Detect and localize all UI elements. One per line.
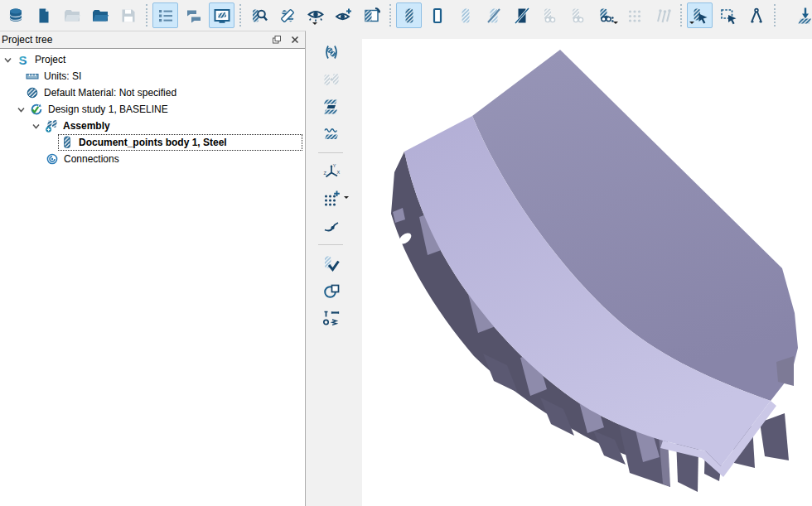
stack-connections-button[interactable] (318, 94, 344, 119)
close-icon (290, 35, 300, 45)
svg-text:Y: Y (332, 163, 336, 168)
panel-title: Project tree (2, 34, 265, 46)
monitor-icon (213, 7, 231, 25)
tree-item-label: Design study 1, BASELINE (48, 104, 168, 115)
tree-item-label: Document_points body 1, Steel (79, 137, 227, 148)
float-window-icon (272, 35, 282, 45)
tree-item-default-material[interactable]: Default Material: Not specified (0, 84, 305, 101)
toolbar-separator (680, 4, 682, 27)
force-arrow-icon (796, 7, 812, 25)
chevron-down-icon (16, 104, 27, 115)
section-view-button[interactable] (359, 2, 384, 28)
hide-part-striped-button[interactable] (481, 2, 506, 28)
chevron-down-icon (344, 196, 349, 201)
toolbar-separator (239, 4, 241, 27)
connection-group-icon (322, 43, 341, 61)
tree-item-label: Units: SI (44, 70, 81, 82)
fasteners-button[interactable] (318, 305, 344, 330)
tree-item-design-study[interactable]: Design study 1, BASELINE (0, 101, 305, 118)
pick-box-icon (719, 7, 737, 25)
tree-item-label: Assembly (63, 120, 110, 132)
grid-display-button[interactable] (621, 2, 647, 28)
import-folder-button[interactable] (87, 2, 113, 28)
tree-item-project[interactable]: S Project (0, 51, 305, 68)
ruler-icon (26, 70, 39, 83)
eye-plus-icon (335, 7, 353, 25)
comments-button[interactable] (181, 2, 206, 28)
stacked-parts-icon (322, 98, 341, 116)
pick-box-button[interactable] (715, 2, 741, 28)
section-view-icon (363, 7, 381, 25)
toolbar-separator (774, 4, 776, 27)
show-hide-dropdown-button[interactable] (302, 2, 328, 28)
assembly-icon (45, 119, 58, 133)
display-solid-button[interactable] (396, 2, 422, 28)
model-document-points-body[interactable] (362, 39, 812, 506)
project-tree-panel: Project tree S Proj (0, 31, 306, 506)
zoom-to-part-button[interactable] (246, 2, 272, 28)
open-project-database-button[interactable] (2, 2, 28, 28)
part-check-icon (322, 254, 341, 272)
tree-item-connections[interactable]: Connections (0, 151, 305, 167)
project-tree-toggle-button[interactable] (152, 2, 178, 28)
display-translucent-button[interactable] (452, 2, 478, 28)
apply-check-button[interactable] (318, 250, 344, 276)
float-panel-button[interactable] (270, 34, 283, 46)
material-icon (26, 86, 39, 99)
contact-pairs-button[interactable] (318, 66, 344, 92)
mask-parts-b-button[interactable] (565, 2, 591, 28)
pins-icon (654, 7, 672, 25)
seam-weld-icon (322, 125, 341, 143)
point-grid-button[interactable] (318, 186, 344, 211)
part-outline-icon (428, 7, 447, 25)
circle-square-button[interactable] (318, 277, 344, 303)
new-project-button[interactable] (31, 2, 56, 28)
open-folder-button[interactable] (59, 2, 85, 28)
part-translucent-icon (457, 7, 475, 25)
save-icon (119, 7, 138, 25)
tree-item-assembly[interactable]: Assembly (0, 118, 305, 134)
fasteners-icon (322, 309, 341, 327)
viewport-toggle-button[interactable] (209, 2, 234, 28)
seam-weld-button[interactable] (318, 121, 344, 147)
chevron-down-icon (2, 55, 13, 65)
pick-part-button[interactable] (687, 2, 713, 28)
save-button[interactable] (115, 2, 141, 28)
dot-grid-icon (626, 7, 644, 25)
svg-text:S: S (19, 53, 27, 66)
mask-options-button[interactable] (593, 2, 619, 28)
list-view-icon (157, 7, 175, 25)
compass-icon (747, 7, 766, 25)
svg-text:X: X (336, 170, 340, 175)
viewport-3d[interactable] (362, 39, 812, 506)
toolbar-separator (318, 244, 343, 245)
exclude-parts-button[interactable] (274, 2, 300, 28)
project-tree: S Project Units: SI Default Material: No… (0, 49, 305, 167)
part-hide-striped-icon (485, 7, 503, 25)
force-load-button[interactable] (792, 2, 812, 28)
point-grid-plus-icon (322, 190, 341, 208)
tree-item-units[interactable]: Units: SI (0, 68, 305, 84)
display-outline-button[interactable] (424, 2, 450, 28)
circle-square-icon (322, 282, 341, 300)
zoom-part-icon (250, 7, 268, 25)
connection-group-button[interactable] (318, 39, 344, 65)
hide-part-solid-button[interactable] (509, 2, 534, 28)
tree-item-document-points-body[interactable]: Document_points body 1, Steel (0, 134, 305, 151)
mask-gray-icon (541, 7, 559, 25)
connections-icon (46, 152, 59, 166)
selected-tree-item[interactable]: Document_points body 1, Steel (59, 135, 302, 150)
close-panel-button[interactable] (288, 34, 302, 46)
datum-triad-button[interactable]: Y X Z (318, 158, 344, 184)
measure-button[interactable] (743, 2, 769, 28)
mask-parts-a-button[interactable] (537, 2, 563, 28)
pins-display-button[interactable] (650, 2, 675, 28)
show-all-button[interactable] (331, 2, 356, 28)
crossed-parts-icon (278, 7, 297, 25)
part-solid-icon (400, 7, 418, 25)
part-icon (60, 136, 74, 149)
chevron-down-icon (31, 121, 41, 132)
spline-point-button[interactable] (318, 213, 344, 239)
part-hide-solid-icon (513, 7, 531, 25)
panel-title-bar[interactable]: Project tree (0, 31, 305, 49)
